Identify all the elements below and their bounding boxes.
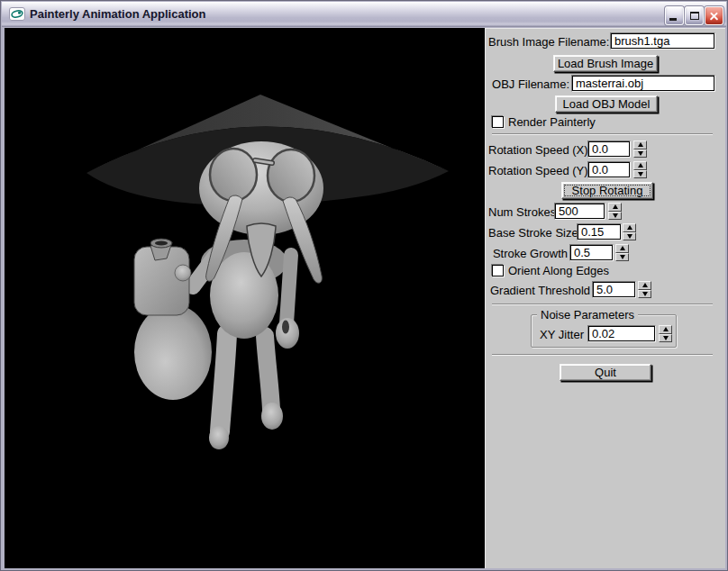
- base-stroke-size-spinner: [623, 223, 636, 240]
- obj-filename-frame: [571, 75, 715, 92]
- load-obj-button[interactable]: Load OBJ Model: [555, 95, 658, 113]
- up-arrow-icon: [620, 246, 625, 250]
- down-arrow-icon: [613, 213, 618, 218]
- up-arrow-icon: [638, 163, 643, 168]
- minimize-button[interactable]: [665, 6, 684, 25]
- gradient-threshold-label: Gradient Threshold: [488, 284, 590, 297]
- down-arrow-icon: [627, 234, 632, 239]
- down-arrow-icon: [638, 172, 643, 177]
- rotation-x-spinner: [633, 140, 647, 158]
- rotation-x-input[interactable]: [588, 141, 630, 157]
- stroke-growth-spinner-up[interactable]: [615, 244, 629, 253]
- base-stroke-size-frame: [577, 223, 622, 240]
- minimize-icon: [669, 18, 677, 21]
- down-arrow-icon: [620, 255, 625, 259]
- brush-filename-frame: [610, 32, 715, 50]
- model-jug: [134, 239, 212, 400]
- xy-jitter-spinner: [659, 325, 672, 342]
- num-strokes-spinner: [608, 203, 622, 220]
- stroke-growth-input[interactable]: [570, 245, 613, 260]
- base-stroke-size-spinner-up[interactable]: [623, 223, 636, 232]
- stop-rotating-label: Stop Rotating: [572, 185, 643, 196]
- num-strokes-input[interactable]: [555, 204, 605, 219]
- brush-filename-input[interactable]: [611, 33, 714, 49]
- base-stroke-size-spinner-down[interactable]: [623, 232, 636, 241]
- orient-edges-label: Orient Along Edges: [508, 264, 609, 277]
- model-render: [5, 28, 485, 568]
- close-icon: [705, 7, 723, 24]
- down-arrow-icon: [642, 292, 648, 296]
- stroke-growth-frame: [569, 244, 614, 261]
- rotation-y-input[interactable]: [588, 162, 630, 177]
- down-arrow-icon: [638, 151, 643, 156]
- app-icon: [9, 7, 25, 21]
- xy-jitter-spinner-down[interactable]: [659, 334, 672, 343]
- xy-jitter-label: XY Jitter: [537, 328, 584, 341]
- up-arrow-icon: [627, 225, 632, 230]
- load-brush-button[interactable]: Load Brush Image: [553, 55, 658, 72]
- stroke-growth-spinner-down[interactable]: [615, 253, 629, 262]
- num-strokes-spinner-up[interactable]: [608, 203, 622, 212]
- quit-label: Quit: [595, 367, 616, 378]
- rotation-x-spinner-up[interactable]: [633, 140, 647, 150]
- obj-filename-input[interactable]: [572, 76, 714, 91]
- gradient-threshold-spinner-down[interactable]: [638, 290, 651, 299]
- num-strokes-frame: [554, 203, 605, 220]
- close-button[interactable]: [705, 6, 723, 25]
- render-painterly-label: Render Painterly: [508, 115, 596, 129]
- gradient-threshold-frame: [592, 281, 636, 298]
- rotation-x-label: Rotation Speed (X): [488, 143, 586, 157]
- separator: [492, 133, 713, 135]
- brush-filename-label: Brush Image Filename:: [488, 35, 608, 49]
- gradient-threshold-spinner: [638, 281, 651, 298]
- stroke-growth-label: Stroke Growth: [488, 247, 568, 260]
- load-obj-label: Load OBJ Model: [563, 98, 651, 110]
- rotation-y-frame: [587, 161, 631, 178]
- app-window: Painterly Animation Application: [0, 0, 728, 571]
- separator: [492, 304, 713, 305]
- xy-jitter-frame: [587, 325, 656, 342]
- obj-filename-label: OBJ Filename:: [488, 77, 569, 91]
- up-arrow-icon: [613, 204, 618, 209]
- rotation-x-frame: [587, 140, 631, 158]
- maximize-button[interactable]: [685, 6, 704, 25]
- base-stroke-size-input[interactable]: [578, 224, 621, 240]
- gradient-threshold-spinner-up[interactable]: [638, 281, 651, 290]
- stop-rotating-button[interactable]: Stop Rotating: [561, 182, 653, 199]
- xy-jitter-input[interactable]: [588, 326, 655, 341]
- quit-button[interactable]: Quit: [560, 364, 651, 381]
- window-title: Painterly Animation Application: [30, 2, 206, 26]
- load-brush-label: Load Brush Image: [558, 58, 653, 69]
- noise-parameters-title: Noise Parameters: [537, 308, 638, 322]
- control-panel: Brush Image Filename: Load Brush Image O…: [485, 28, 725, 568]
- down-arrow-icon: [663, 336, 669, 340]
- titlebar[interactable]: Painterly Animation Application: [2, 2, 726, 27]
- base-stroke-size-label: Base Stroke Size: [488, 226, 575, 240]
- up-arrow-icon: [638, 142, 643, 147]
- rotation-x-spinner-down[interactable]: [633, 150, 647, 159]
- noise-parameters-group: Noise Parameters XY Jitter: [531, 314, 677, 348]
- orient-edges-checkbox[interactable]: [492, 265, 504, 276]
- gradient-threshold-input[interactable]: [593, 282, 635, 297]
- stroke-growth-spinner: [615, 244, 629, 261]
- num-strokes-label: Num Strokes: [488, 205, 552, 219]
- maximize-icon: [690, 12, 699, 20]
- separator: [492, 354, 713, 356]
- rotation-y-spinner: [633, 161, 647, 178]
- gl-viewport[interactable]: [5, 28, 485, 568]
- xy-jitter-spinner-up[interactable]: [659, 325, 672, 334]
- render-painterly-checkbox[interactable]: [492, 116, 504, 128]
- model-right-hand: [276, 318, 299, 349]
- num-strokes-spinner-down[interactable]: [608, 212, 622, 221]
- up-arrow-icon: [663, 327, 669, 331]
- rotation-y-spinner-down[interactable]: [633, 170, 647, 179]
- rotation-y-spinner-up[interactable]: [633, 161, 647, 170]
- rotation-y-label: Rotation Speed (Y): [488, 164, 586, 177]
- up-arrow-icon: [642, 283, 648, 287]
